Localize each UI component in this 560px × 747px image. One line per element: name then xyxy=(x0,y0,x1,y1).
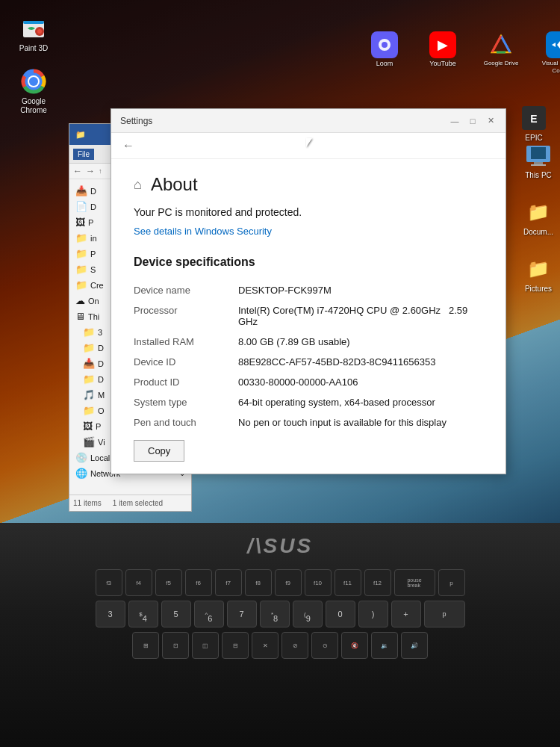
epic-icon-area: E EPIC xyxy=(511,105,556,143)
key-box1[interactable]: ⊡ xyxy=(162,632,189,659)
desktop-icon-paint3d[interactable]: Paint 3D xyxy=(11,15,56,53)
settings-content: ⌂ About Your PC is monitored and protect… xyxy=(111,159,505,471)
key-x[interactable]: ✕ xyxy=(252,632,279,659)
spec-row-product-id: Product ID 00330-80000-00000-AA106 xyxy=(134,372,483,392)
desktop-left-icons: Paint 3D Google Chrome xyxy=(11,15,56,115)
key-8[interactable]: *8 xyxy=(260,601,290,627)
desktop-icon-epic[interactable]: E EPIC xyxy=(511,105,556,143)
key-f9[interactable]: f9 xyxy=(275,569,302,596)
key-win[interactable]: ⊞ xyxy=(132,632,159,659)
key-f8[interactable]: f8 xyxy=(245,569,272,596)
svg-rect-19 xyxy=(531,164,546,166)
desktop-icon-chrome[interactable]: Google Chrome xyxy=(11,68,56,115)
this-pc-label: This PC xyxy=(525,171,552,180)
keyboard: f3 f4 f5 f6 f7 f8 f9 f10 f11 f12 pousebr… xyxy=(0,569,560,659)
key-3[interactable]: 3 xyxy=(96,601,125,627)
key-box3[interactable]: ⊟ xyxy=(222,632,249,659)
home-icon: ⌂ xyxy=(134,177,142,193)
keyboard-area: /\SUS f3 f4 f5 f6 f7 f8 f9 f10 f11 f12 p… xyxy=(0,523,560,747)
specs-table: Device name DESKTOP-FCK997M Processor In… xyxy=(134,280,483,433)
desktop-top-icons: Loom ▶ YouTube xyxy=(366,30,560,74)
desktop-icon-loom[interactable]: Loom xyxy=(366,30,403,74)
svg-text:E: E xyxy=(530,113,537,125)
desktop-icon-documents[interactable]: 📁 Docum... xyxy=(517,199,560,237)
key-extra[interactable]: p xyxy=(438,569,465,596)
key-f12[interactable]: f12 xyxy=(364,569,391,596)
fe-forward-btn[interactable]: → xyxy=(86,166,95,176)
spec-row-pen-touch: Pen and touch No pen or touch input is a… xyxy=(134,412,483,433)
key-circle2[interactable]: ⊙ xyxy=(311,632,338,659)
key-f3[interactable]: f3 xyxy=(96,569,122,596)
key-f4[interactable]: f4 xyxy=(125,569,152,596)
device-specs-title: Device specifications xyxy=(134,255,483,269)
spec-label-product-id: Product ID xyxy=(134,372,238,392)
protection-message: Your PC is monitored and protected. xyxy=(134,206,483,218)
maximize-button[interactable]: □ xyxy=(467,115,479,127)
key-6[interactable]: ^6 xyxy=(194,601,224,627)
spec-label-ram: Installed RAM xyxy=(134,332,238,352)
loom-icon-label: Loom xyxy=(376,60,393,68)
right-side-icons: This PC 📁 Docum... 📁 Pictures xyxy=(517,142,560,294)
svg-point-1 xyxy=(382,42,388,48)
close-button[interactable]: ✕ xyxy=(485,115,497,127)
key-vol-down[interactable]: 🔉 xyxy=(371,632,398,659)
fe-status-selected: 1 item selected xyxy=(113,499,163,507)
desktop-icon-pictures[interactable]: 📁 Pictures xyxy=(517,255,560,294)
key-4[interactable]: $4 xyxy=(128,601,158,627)
key-5[interactable]: 5 xyxy=(161,601,191,627)
spec-row-device-id: Device ID 88E928CC-AF57-45BD-82D3-8C9411… xyxy=(134,352,483,372)
key-f6[interactable]: f6 xyxy=(185,569,212,596)
key-0[interactable]: 0 xyxy=(326,601,355,627)
fe-statusbar: 11 items 1 item selected xyxy=(69,495,191,511)
fe-file-tab[interactable]: File xyxy=(73,149,94,160)
key-f7[interactable]: f7 xyxy=(215,569,242,596)
back-button[interactable]: ← xyxy=(122,139,134,152)
spec-value-device-id: 88E928CC-AF57-45BD-82D3-8C9411656353 xyxy=(238,352,483,372)
desktop: Loom ▶ YouTube xyxy=(0,0,560,523)
desktop-icon-this-pc[interactable]: This PC xyxy=(517,142,560,180)
desktop-icon-vscode[interactable]: Visual Studio Code xyxy=(541,30,560,74)
key-pause[interactable]: pousebreak xyxy=(394,569,435,596)
documents-label: Docum... xyxy=(523,228,553,237)
svg-rect-18 xyxy=(534,162,543,164)
key-paren[interactable]: ) xyxy=(358,601,388,627)
key-f5[interactable]: f5 xyxy=(155,569,182,596)
desktop-icon-youtube[interactable]: ▶ YouTube xyxy=(424,30,461,74)
spec-row-device-name: Device name DESKTOP-FCK997M xyxy=(134,280,483,300)
vscode-icon-label: Visual Studio Code xyxy=(541,60,560,74)
spec-label-system-type: System type xyxy=(134,392,238,412)
spec-value-device-name: DESKTOP-FCK997M xyxy=(238,280,483,300)
spec-row-processor: Processor Intel(R) Core(TM) i7-4720HQ CP… xyxy=(134,300,483,332)
svg-rect-17 xyxy=(531,147,546,159)
spec-value-system-type: 64-bit operating system, x64-based proce… xyxy=(238,392,483,412)
copy-button[interactable]: Copy xyxy=(134,440,184,462)
desktop-icon-google-drive[interactable]: Google Drive xyxy=(482,30,520,74)
settings-window-title: Settings xyxy=(120,116,152,126)
spec-value-ram: 8.00 GB (7.89 GB usable) xyxy=(238,332,483,352)
num-key-row: 3 $4 5 ^6 7 *8 (9 0 ) + p xyxy=(15,601,545,627)
key-mute[interactable]: 🔇 xyxy=(341,632,368,659)
spec-label-processor: Processor xyxy=(134,300,238,332)
key-plus[interactable]: + xyxy=(391,601,421,627)
svg-line-6 xyxy=(492,36,501,52)
youtube-icon-label: YouTube xyxy=(429,60,455,68)
key-box2[interactable]: ◫ xyxy=(192,632,219,659)
security-link[interactable]: See details in Windows Security xyxy=(134,226,272,237)
key-p[interactable]: p xyxy=(424,601,465,627)
svg-line-5 xyxy=(501,36,510,52)
fe-back-btn[interactable]: ← xyxy=(73,166,82,176)
spec-value-pen-touch: No pen or touch input is available for t… xyxy=(238,412,483,433)
key-vol-up[interactable]: 🔊 xyxy=(401,632,428,659)
key-f11[interactable]: f11 xyxy=(335,569,361,596)
spec-label-pen-touch: Pen and touch xyxy=(134,412,238,433)
svg-point-10 xyxy=(37,29,42,34)
minimize-button[interactable]: — xyxy=(449,115,461,127)
key-circle1[interactable]: ⊘ xyxy=(281,632,308,659)
key-7[interactable]: 7 xyxy=(227,601,257,627)
pictures-label: Pictures xyxy=(525,285,552,294)
key-f10[interactable]: f10 xyxy=(305,569,332,596)
spec-row-system-type: System type 64-bit operating system, x64… xyxy=(134,392,483,412)
key-9[interactable]: (9 xyxy=(293,601,323,627)
paint3d-label: Paint 3D xyxy=(19,44,48,53)
fe-title: 📁 xyxy=(75,130,86,140)
